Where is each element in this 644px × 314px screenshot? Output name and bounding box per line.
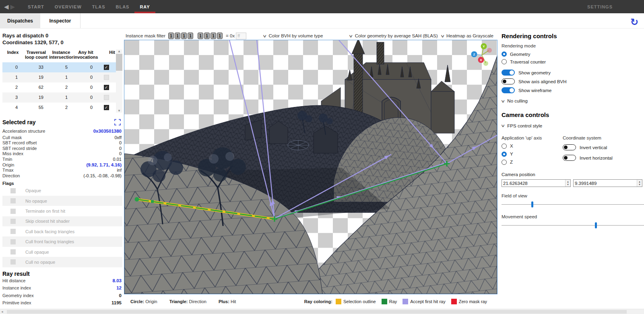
mask-bit-button[interactable]: 1 — [175, 33, 180, 39]
hit-checkbox[interactable]: ✓ — [104, 105, 109, 110]
instance-mask-filter-label: Instance mask filter — [126, 33, 165, 38]
flag-row[interactable]: Opaque — [2, 186, 122, 196]
dropdown-color-bvh[interactable]: ∨ Color BVH by volume type — [263, 33, 323, 38]
nav-item-settings[interactable]: SETTINGS — [587, 0, 613, 13]
toggle-switch[interactable] — [563, 155, 576, 161]
toggle-switch[interactable] — [502, 70, 515, 76]
nav-item-tlas[interactable]: TLAS — [87, 0, 111, 13]
tab-inspector[interactable]: Inspector — [40, 13, 80, 28]
forward-arrow-icon[interactable]: ▶ — [10, 4, 15, 10]
camera-y-field[interactable]: ▲▼ — [573, 179, 642, 187]
flag-row[interactable]: Cull back facing triangles — [2, 226, 122, 236]
camera-x-field[interactable]: ▲▼ — [502, 179, 571, 187]
acceleration-structure-value[interactable]: 0x303501380 — [93, 129, 122, 133]
radio-icon[interactable] — [502, 160, 507, 165]
mask-bit-button[interactable]: 1 — [198, 33, 203, 39]
col-header-intersections[interactable]: Instance intersections — [49, 49, 73, 62]
scroll-up-icon[interactable]: ▲ — [118, 49, 121, 53]
mask-hex-input[interactable] — [236, 33, 246, 39]
up-axis-label: Application 'up' axis — [502, 135, 563, 140]
focus-selection-icon[interactable] — [114, 119, 121, 125]
flag-checkbox[interactable] — [10, 219, 16, 224]
legend-ray: Ray — [382, 299, 397, 304]
viewport-3d-scene[interactable]: Y Z X — [124, 40, 497, 294]
nav-item-start[interactable]: START — [23, 0, 50, 13]
radio-geometry[interactable]: Geometry — [502, 50, 644, 58]
nav-item-blas[interactable]: BLAS — [111, 0, 135, 13]
flag-checkbox[interactable] — [10, 209, 16, 214]
radio-up-z[interactable]: Z — [502, 158, 563, 166]
dropdown-color-geometry[interactable]: ∨ Color geometry by average SAH (BLAS) — [349, 33, 438, 38]
flag-checkbox[interactable] — [10, 239, 16, 244]
radio-icon[interactable] — [502, 51, 507, 57]
stepper-arrows[interactable]: ▲▼ — [565, 180, 570, 187]
mask-bit-button[interactable]: 1 — [168, 33, 174, 39]
instance-index-value[interactable]: 12 — [116, 285, 122, 290]
flag-checkbox[interactable] — [10, 229, 16, 234]
back-arrow-icon[interactable]: ◀ — [4, 4, 9, 10]
hit-checkbox[interactable]: ✓ — [104, 85, 109, 90]
radio-icon[interactable] — [502, 152, 507, 157]
hit-checkbox[interactable]: ✓ — [104, 75, 109, 80]
mask-bit-button[interactable]: 1 — [181, 33, 187, 39]
radio-icon[interactable] — [502, 59, 507, 64]
nav-item-ray[interactable]: RAY — [134, 0, 155, 13]
flag-row[interactable]: Cull opaque — [2, 247, 122, 257]
flag-row[interactable]: Cull front facing triangles — [2, 236, 122, 246]
flag-checkbox[interactable] — [10, 259, 16, 265]
toggle-show-geometry[interactable]: Show geometry — [502, 68, 644, 77]
toggle-show-wireframe[interactable]: Show wireframe — [502, 86, 644, 94]
horizontal-scrollbar-thumb[interactable] — [7, 310, 627, 314]
camera-y-input[interactable] — [574, 180, 637, 187]
flag-checkbox[interactable] — [10, 188, 16, 193]
movement-speed-label: Movement speed — [502, 214, 537, 219]
radio-up-x[interactable]: X — [502, 142, 563, 150]
hit-checkbox[interactable]: ✓ — [104, 65, 109, 70]
camera-x-input[interactable] — [502, 180, 565, 187]
origin-value[interactable]: (9.92, 1.71, 4.16) — [86, 162, 122, 167]
flag-row[interactable]: Terminate on first hit — [2, 206, 122, 216]
refresh-button[interactable]: ↻ — [630, 17, 638, 27]
col-header-index[interactable]: Index — [2, 49, 23, 62]
toggle-invert-horizontal[interactable]: Invert horizontal — [563, 153, 644, 163]
toggle-switch[interactable] — [563, 144, 576, 150]
nav-item-overview[interactable]: OVERVIEW — [50, 0, 87, 13]
tab-dispatches[interactable]: Dispatches — [0, 13, 40, 28]
scroll-left-icon[interactable]: ◂ — [1, 310, 3, 314]
flag-row[interactable]: No opaque — [2, 196, 122, 206]
flag-row[interactable]: Cull no opaque — [2, 257, 122, 267]
coordinate-system-label: Coordinate system — [563, 135, 644, 140]
table-scrollbar[interactable]: ▲ ▼ — [116, 49, 122, 113]
radio-icon[interactable] — [502, 144, 507, 149]
radio-up-y[interactable]: Y — [502, 150, 563, 158]
fov-slider-thumb[interactable] — [531, 201, 533, 207]
radio-traversal-counter[interactable]: Traversal counter — [502, 58, 644, 66]
toggle-invert-vertical[interactable]: Invert vertical — [563, 142, 644, 152]
mask-bit-button[interactable]: 1 — [217, 33, 223, 39]
mask-bit-button[interactable]: 1 — [204, 33, 210, 39]
mask-bit-button[interactable]: 1 — [188, 33, 193, 39]
mask-bit-button[interactable]: 1 — [211, 33, 216, 39]
hit-checkbox[interactable]: ✓ — [104, 95, 109, 100]
scrollbar-thumb[interactable] — [116, 54, 122, 71]
toggle-switch[interactable] — [502, 78, 515, 84]
scroll-down-icon[interactable]: ▼ — [118, 109, 121, 113]
flag-checkbox[interactable] — [10, 198, 16, 203]
flag-checkbox[interactable] — [10, 249, 16, 254]
ray-swatch — [382, 299, 387, 304]
movement-speed-slider-thumb[interactable] — [595, 222, 597, 228]
horizontal-scrollbar[interactable]: ◂ — [0, 309, 644, 314]
col-header-loop-count[interactable]: Traversal loop count — [23, 49, 49, 62]
toggle-show-axis-aligned-bvh[interactable]: Show axis aligned BVH — [502, 77, 644, 86]
dropdown-no-culling[interactable]: ∨ No culling — [502, 99, 644, 103]
fov-slider[interactable] — [502, 201, 644, 208]
dropdown-fps-control-style[interactable]: ∨ FPS control style — [502, 123, 542, 128]
toggle-switch[interactable] — [502, 87, 515, 93]
chevron-down-icon: ∨ — [501, 99, 506, 103]
stepper-arrows[interactable]: ▲▼ — [637, 180, 642, 187]
col-header-hit[interactable]: Hit — [98, 49, 116, 62]
flag-row[interactable]: Skip closest hit shader — [2, 216, 122, 226]
dropdown-heatmap[interactable]: ∨ Heatmap as Grayscale — [441, 33, 493, 38]
movement-speed-slider[interactable] — [502, 222, 644, 229]
col-header-anyhit[interactable]: Any hit invocations — [73, 49, 98, 62]
